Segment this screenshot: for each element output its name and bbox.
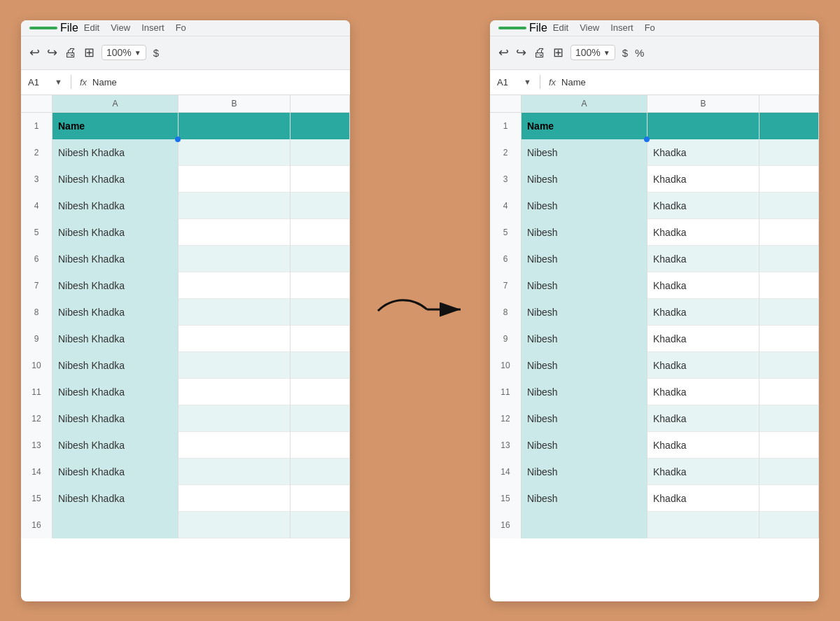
col-header-a-right[interactable]: A (522, 95, 648, 112)
col-header-a-left[interactable]: A (52, 95, 178, 112)
col-header-c-left (290, 95, 350, 112)
zoom-selector-right[interactable]: 100% ▼ (570, 45, 615, 60)
cell-b[interactable]: Khadka (648, 352, 760, 379)
cell-b[interactable] (648, 512, 760, 538)
cell-c (290, 485, 350, 512)
dollar-icon-left: $ (153, 47, 159, 59)
cell-a[interactable]: Nibesh Khadka (52, 166, 178, 193)
format-icon-right[interactable]: ⊞ (553, 45, 564, 60)
cell-b[interactable] (178, 512, 290, 538)
cell-a[interactable]: Nibesh (522, 193, 648, 219)
cell-a[interactable]: Nibesh Khadka (52, 352, 178, 379)
cell-b[interactable] (178, 299, 290, 326)
undo-icon-left[interactable]: ↩ (29, 45, 40, 60)
cell-b[interactable]: Khadka (648, 405, 760, 432)
redo-icon-right[interactable]: ↪ (516, 45, 526, 60)
redo-icon-left[interactable]: ↪ (47, 45, 57, 60)
cell-b[interactable]: Khadka (648, 379, 760, 405)
cell-a[interactable]: Nibesh Khadka (52, 246, 178, 272)
row-num-cell: 7 (490, 272, 522, 299)
cell-1a-right[interactable]: Name (522, 113, 648, 139)
cell-a[interactable]: Nibesh Khadka (52, 299, 178, 326)
menu-file-right[interactable]: File (529, 22, 547, 34)
cell-b[interactable] (178, 246, 290, 272)
menu-file-left[interactable]: File (60, 22, 78, 34)
print-icon-left[interactable]: 🖨 (64, 46, 77, 60)
cell-a[interactable]: Nibesh Khadka (52, 485, 178, 512)
cell-a[interactable]: Nibesh Khadka (52, 379, 178, 405)
cell-a[interactable]: Nibesh Khadka (52, 405, 178, 432)
menu-edit-left[interactable]: Edit (84, 22, 99, 33)
cell-a[interactable]: Nibesh Khadka (52, 219, 178, 246)
cell-a[interactable]: Nibesh (522, 459, 648, 485)
cell-b[interactable] (178, 485, 290, 512)
cell-b[interactable]: Khadka (648, 166, 760, 193)
cell-a[interactable]: Nibesh Khadka (52, 459, 178, 485)
menu-edit-right[interactable]: Edit (553, 22, 568, 33)
cell-a[interactable]: Nibesh Khadka (52, 139, 178, 166)
cell-a[interactable]: Nibesh (522, 219, 648, 246)
cell-b[interactable]: Khadka (648, 326, 760, 352)
row-num-cell: 2 (21, 139, 52, 166)
cell-b[interactable] (178, 432, 290, 459)
cell-b[interactable] (178, 139, 290, 166)
cell-a[interactable]: Nibesh Khadka (52, 326, 178, 352)
cell-1a-left[interactable]: Name (52, 113, 178, 139)
cell-a[interactable]: Nibesh (522, 166, 648, 193)
menu-format-right[interactable]: Fo (645, 22, 655, 33)
cell-b[interactable] (178, 352, 290, 379)
table-row: 2 Nibesh Khadka (21, 139, 350, 166)
cell-ref-dropdown-right[interactable]: ▼ (524, 78, 531, 86)
cell-b[interactable] (178, 326, 290, 352)
menu-format-left[interactable]: Fo (176, 22, 186, 33)
cell-b[interactable] (178, 219, 290, 246)
cell-a[interactable]: Nibesh Khadka (52, 272, 178, 299)
cell-a[interactable]: Nibesh (522, 246, 648, 272)
row-num-cell: 11 (490, 379, 522, 405)
menu-view-right[interactable]: View (580, 22, 599, 33)
cell-b[interactable]: Khadka (648, 272, 760, 299)
print-icon-right[interactable]: 🖨 (533, 46, 546, 60)
cell-a[interactable]: Nibesh (522, 432, 648, 459)
cell-a[interactable]: Nibesh (522, 326, 648, 352)
cell-a[interactable]: Nibesh (522, 405, 648, 432)
cell-a[interactable]: Nibesh (522, 379, 648, 405)
col-header-b-left[interactable]: B (178, 95, 290, 112)
cell-ref-dropdown-left[interactable]: ▼ (55, 78, 62, 86)
cell-b[interactable]: Khadka (648, 459, 760, 485)
col-header-b-right[interactable]: B (648, 95, 760, 112)
cell-b[interactable]: Khadka (648, 299, 760, 326)
cell-b[interactable]: Khadka (648, 246, 760, 272)
cell-b[interactable]: Khadka (648, 193, 760, 219)
menu-insert-left[interactable]: Insert (141, 22, 164, 33)
cell-b[interactable]: Khadka (648, 432, 760, 459)
cell-a[interactable]: Nibesh (522, 139, 648, 166)
cell-a[interactable]: Nibesh Khadka (52, 432, 178, 459)
cell-b[interactable] (178, 459, 290, 485)
cell-a[interactable]: Nibesh (522, 352, 648, 379)
cell-c (760, 246, 819, 272)
cell-a[interactable]: Nibesh (522, 485, 648, 512)
cell-c (760, 485, 819, 512)
cell-b[interactable]: Khadka (648, 139, 760, 166)
cell-b[interactable] (178, 166, 290, 193)
cell-a[interactable] (52, 512, 178, 538)
cell-b[interactable] (178, 193, 290, 219)
cell-b[interactable] (178, 379, 290, 405)
cell-b[interactable] (178, 405, 290, 432)
format-icon-left[interactable]: ⊞ (84, 45, 94, 60)
cell-1b-left[interactable] (178, 113, 290, 139)
cell-b[interactable]: Khadka (648, 219, 760, 246)
cell-a[interactable]: Nibesh (522, 299, 648, 326)
cell-a[interactable] (522, 512, 648, 538)
menu-view-left[interactable]: View (111, 22, 130, 33)
cell-b[interactable]: Khadka (648, 485, 760, 512)
zoom-selector-left[interactable]: 100% ▼ (102, 45, 146, 60)
undo-icon-right[interactable]: ↩ (498, 45, 509, 60)
cell-a[interactable]: Nibesh (522, 272, 648, 299)
cell-1b-right[interactable] (648, 113, 760, 139)
menu-insert-right[interactable]: Insert (610, 22, 634, 33)
cell-a[interactable]: Nibesh Khadka (52, 193, 178, 219)
row-num-cell: 16 (490, 512, 522, 538)
cell-b[interactable] (178, 272, 290, 299)
